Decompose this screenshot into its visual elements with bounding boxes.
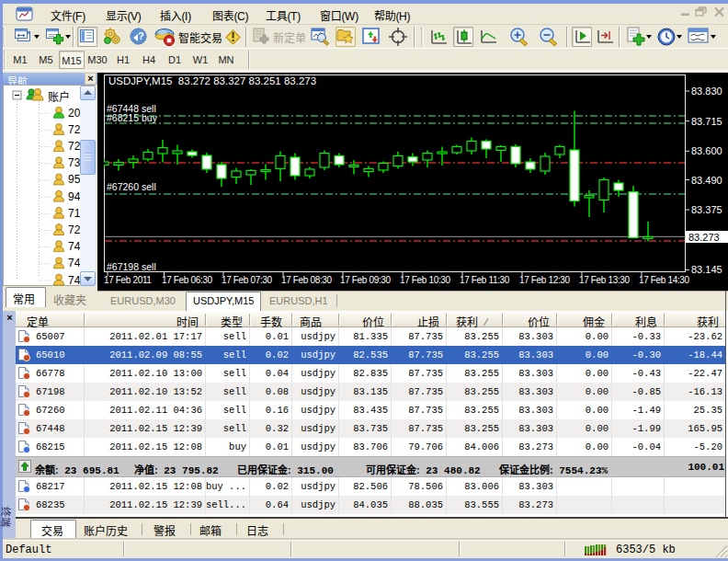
svg-text:83.490: 83.490: [691, 175, 722, 186]
svg-text:83.715: 83.715: [691, 116, 722, 127]
svg-text:USDJPY,M15 83.272 83.327 83.2: USDJPY,M15 83.272 83.327 83.251 83.273: [108, 75, 316, 86]
svg-text:#67260 sell: #67260 sell: [107, 181, 156, 192]
svg-text:17 Feb 10:30: 17 Feb 10:30: [400, 275, 451, 285]
svg-text:17 Feb 12:30: 17 Feb 12:30: [519, 275, 571, 285]
svg-text:83.273: 83.273: [688, 232, 720, 243]
svg-text:83.830: 83.830: [691, 86, 722, 97]
svg-text:17 Feb 09:30: 17 Feb 09:30: [340, 275, 392, 285]
svg-text:17 Feb 14:30: 17 Feb 14:30: [639, 275, 690, 285]
svg-text:17 Feb 08:30: 17 Feb 08:30: [281, 275, 333, 285]
svg-text:83.375: 83.375: [691, 204, 722, 215]
svg-text:83.145: 83.145: [691, 264, 722, 275]
svg-text:17 Feb 07:30: 17 Feb 07:30: [222, 275, 273, 285]
svg-text:83.600: 83.600: [691, 145, 722, 156]
svg-text:17 Feb 11:30: 17 Feb 11:30: [460, 275, 510, 285]
svg-text:17 Feb 06:30: 17 Feb 06:30: [162, 275, 213, 285]
svg-text:?: ?: [138, 30, 144, 41]
svg-text:17 Feb 2011: 17 Feb 2011: [104, 275, 152, 285]
svg-text:#67198 sell: #67198 sell: [107, 261, 156, 272]
svg-text:#68215 buy: #68215 buy: [107, 112, 158, 123]
svg-text:17 Feb 13:30: 17 Feb 13:30: [579, 275, 631, 285]
